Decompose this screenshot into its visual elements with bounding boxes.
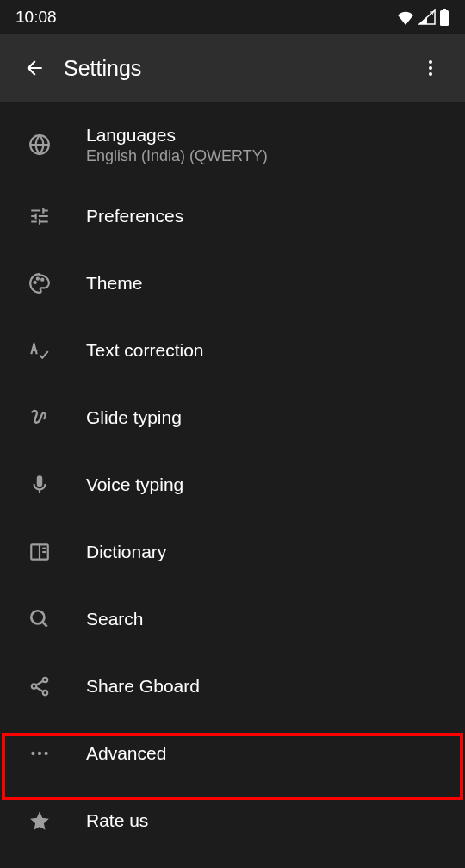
mic-icon [28,473,52,497]
svg-line-15 [42,622,46,626]
svg-point-16 [43,678,47,682]
gesture-icon [28,406,52,430]
svg-point-22 [38,752,41,755]
settings-list: Languages English (India) (QWERTY) Prefe… [0,102,465,854]
svg-point-23 [44,752,47,755]
list-item-text-correction[interactable]: Text correction [0,317,465,384]
list-item-advanced[interactable]: Advanced [0,720,465,787]
svg-point-4 [429,66,432,70]
item-title: Search [86,609,144,629]
list-item-voice-typing[interactable]: Voice typing [0,451,465,518]
item-title: Advanced [86,743,166,764]
app-bar: Settings [0,34,465,102]
item-title: Glide typing [86,407,182,428]
item-title: Rate us [86,810,148,831]
search-icon [28,607,52,631]
app-bar-title: Settings [64,56,410,81]
book-icon [28,540,52,564]
list-item-glide-typing[interactable]: Glide typing [0,384,465,451]
list-item-rate-us[interactable]: Rate us [0,787,465,854]
item-title: Languages [86,125,268,146]
wifi-icon [396,9,415,25]
svg-point-21 [31,752,34,755]
star-icon [28,809,52,833]
svg-point-7 [34,282,36,283]
more-horizontal-icon [28,741,52,766]
list-item-search[interactable]: Search [0,586,465,653]
item-title: Text correction [86,340,204,361]
svg-rect-2 [443,9,446,11]
signal-icon: R [418,9,436,25]
list-item-share-gboard[interactable]: Share Gboard [0,653,465,720]
list-item-preferences[interactable]: Preferences [0,183,465,250]
status-icons: R [396,9,450,26]
svg-text:R: R [430,10,434,16]
item-title: Dictionary [86,542,166,562]
item-title: Preferences [86,206,183,226]
battery-icon [439,9,450,26]
sliders-icon [28,204,52,228]
back-button[interactable] [14,47,55,89]
share-icon [28,674,52,698]
status-bar: 10:08 R [0,0,465,34]
item-subtitle: English (India) (QWERTY) [86,147,268,165]
svg-line-20 [36,687,43,691]
status-time: 10:08 [16,8,57,27]
item-title: Voice typing [86,474,183,495]
list-item-dictionary[interactable]: Dictionary [0,518,465,586]
svg-point-3 [429,60,432,64]
svg-point-5 [429,72,432,76]
svg-point-8 [37,278,39,280]
svg-line-19 [36,681,43,685]
svg-point-14 [31,611,44,623]
text-check-icon [28,338,52,363]
svg-rect-1 [440,10,449,26]
globe-icon [28,133,52,157]
svg-point-18 [43,691,47,695]
item-title: Theme [86,273,142,294]
item-title: Share Gboard [86,676,200,697]
list-item-theme[interactable]: Theme [0,250,465,317]
svg-point-17 [32,684,36,688]
list-item-languages[interactable]: Languages English (India) (QWERTY) [0,107,465,183]
palette-icon [28,271,52,295]
overflow-menu-button[interactable] [410,47,451,89]
svg-point-9 [41,279,43,281]
